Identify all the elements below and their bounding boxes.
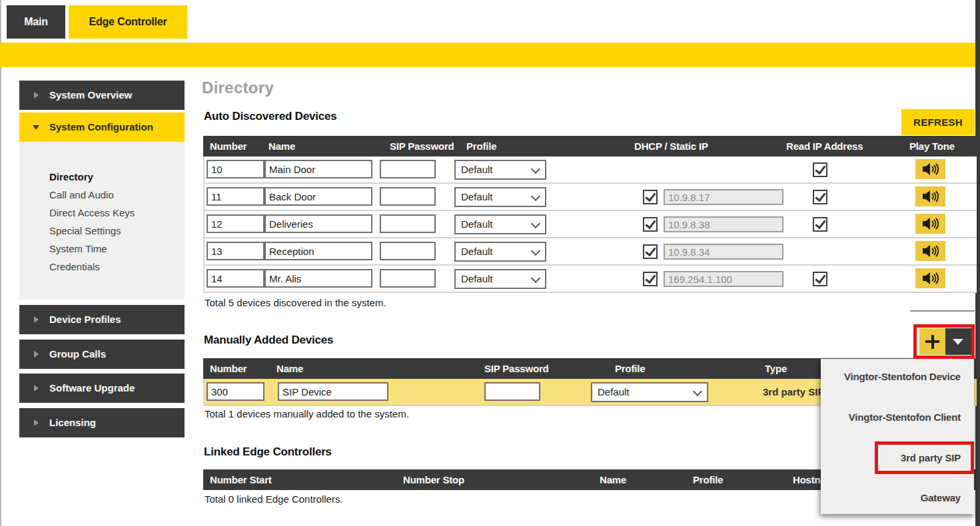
divider [910, 310, 975, 312]
menu-item-vingtor-stentofon-device[interactable]: Vingtor-Stentofon Device [821, 362, 974, 392]
column-header-profile: Profile [466, 136, 496, 156]
tab-edge-controller[interactable]: Edge Controller [69, 5, 187, 39]
sip-password-input[interactable] [380, 160, 436, 178]
number-input[interactable] [207, 160, 264, 178]
manually-added-heading: Manually Added Devices [204, 334, 333, 347]
profile-select[interactable]: Default [454, 214, 546, 234]
add-device-type-menu: Vingtor-Stentofon Device Vingtor-Stentof… [821, 359, 974, 514]
column-header-sip-password: SIP Password [390, 136, 454, 156]
sidebar-item-system-configuration[interactable]: System Configuration [19, 113, 185, 142]
read-ip-checkbox[interactable] [813, 217, 827, 232]
speaker-icon [922, 217, 939, 230]
play-tone-button[interactable] [915, 214, 945, 234]
auto-total-text: Total 5 devices discovered in the system… [205, 297, 386, 308]
play-tone-button[interactable] [915, 186, 945, 206]
sidebar-item-label: Device Profiles [49, 305, 121, 334]
column-header-number-start: Number Start [210, 469, 272, 490]
chevron-down-icon [531, 219, 540, 228]
profile-select[interactable]: Default [454, 187, 546, 207]
profile-select[interactable]: Default [454, 269, 546, 289]
number-input[interactable] [207, 242, 264, 260]
chevron-down-icon [693, 387, 702, 396]
name-input[interactable] [264, 214, 372, 233]
read-ip-checkbox[interactable] [813, 190, 827, 204]
window-left-border [0, 0, 1, 526]
chevron-down-icon [33, 125, 39, 130]
sidebar-item-label: Licensing [49, 408, 96, 437]
column-header-dhcp-static-ip: DHCP / Static IP [634, 136, 708, 156]
sidebar-item-label: Software Upgrade [49, 374, 135, 403]
number-input[interactable] [207, 269, 264, 288]
sidebar-item-system-time[interactable]: System Time [49, 240, 107, 258]
accent-bar [0, 43, 975, 67]
speaker-icon [922, 162, 939, 176]
profile-select-value: Default [461, 216, 493, 233]
sidebar-item-software-upgrade[interactable]: Software Upgrade [19, 374, 185, 403]
chevron-down-icon [531, 246, 540, 256]
read-ip-checkbox[interactable] [813, 162, 827, 177]
speaker-icon [922, 272, 939, 285]
sidebar-item-label: Group Calls [49, 340, 106, 369]
menu-item-vingtor-stentofon-client[interactable]: Vingtor-Stentofon Client [821, 403, 974, 432]
add-device-button[interactable] [919, 328, 945, 355]
sip-password-input[interactable] [380, 269, 436, 288]
page-title: Directory [202, 79, 274, 97]
ip-address-field [664, 216, 783, 232]
menu-item-gateway[interactable]: Gateway [821, 483, 974, 513]
column-header-name: Name [276, 358, 303, 379]
sip-password-input[interactable] [484, 382, 540, 401]
play-tone-button[interactable] [915, 268, 945, 288]
sidebar-item-system-overview[interactable]: System Overview [19, 81, 185, 110]
dhcp-checkbox[interactable] [643, 217, 658, 232]
dhcp-checkbox[interactable] [643, 272, 658, 286]
sidebar-item-device-profiles[interactable]: Device Profiles [19, 305, 185, 334]
play-tone-button[interactable] [915, 241, 945, 261]
table-row: Default [205, 238, 977, 266]
profile-select[interactable]: Default [454, 160, 546, 180]
sip-password-input[interactable] [380, 242, 436, 260]
sidebar-item-direct-access-keys[interactable]: Direct Access Keys [49, 204, 135, 222]
dhcp-checkbox[interactable] [643, 190, 658, 204]
speaker-icon [922, 190, 939, 203]
profile-select-value: Default [461, 188, 493, 206]
sidebar-item-special-settings[interactable]: Special Settings [49, 222, 121, 240]
name-input[interactable] [278, 382, 388, 401]
name-input[interactable] [264, 160, 372, 178]
chevron-down-icon [531, 164, 540, 174]
ip-address-field [664, 189, 783, 205]
manual-total-text: Total 1 devices manually added to the sy… [205, 408, 409, 419]
column-header-name: Name [268, 136, 295, 156]
number-input[interactable] [207, 382, 264, 401]
sidebar-item-group-calls[interactable]: Group Calls [19, 340, 185, 369]
profile-select[interactable]: Default [454, 242, 546, 262]
sidebar-item-label: System Overview [49, 81, 132, 110]
read-ip-checkbox[interactable] [813, 272, 827, 286]
name-input[interactable] [264, 187, 372, 206]
refresh-button[interactable]: REFRESH [901, 109, 975, 135]
table-row: Default [205, 184, 977, 211]
name-input[interactable] [264, 269, 372, 288]
linked-total-text: Total 0 linked Edge Controllers. [205, 493, 343, 505]
sidebar-item-directory[interactable]: Directory [49, 168, 93, 186]
add-device-type-dropdown-button[interactable] [945, 328, 971, 355]
sip-password-input[interactable] [380, 187, 436, 206]
number-input[interactable] [207, 187, 264, 206]
linked-controllers-heading: Linked Edge Controllers [204, 445, 332, 459]
number-input[interactable] [207, 214, 264, 233]
sip-password-input[interactable] [380, 214, 436, 233]
column-header-read-ip: Read IP Address [786, 136, 863, 156]
sidebar-item-credentials[interactable]: Credentials [49, 258, 100, 276]
column-header-name: Name [600, 469, 626, 490]
device-type-value: 3rd party SIP [763, 379, 825, 405]
column-header-profile: Profile [615, 358, 645, 379]
column-header-number: Number [210, 136, 246, 156]
sidebar-item-licensing[interactable]: Licensing [19, 408, 185, 437]
column-header-play-tone: Play Tone [909, 136, 955, 156]
play-tone-button[interactable] [915, 159, 945, 179]
profile-select[interactable]: Default [591, 382, 708, 402]
name-input[interactable] [264, 242, 372, 260]
annotation-box-3rd-party-sip [875, 441, 974, 474]
sidebar-item-call-and-audio[interactable]: Call and Audio [49, 186, 114, 204]
dhcp-checkbox[interactable] [643, 244, 658, 259]
tab-main[interactable]: Main [7, 5, 65, 39]
